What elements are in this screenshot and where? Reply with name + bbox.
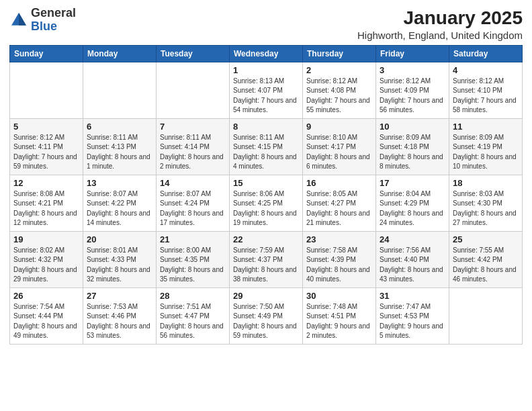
calendar-cell: 20Sunrise: 8:01 AMSunset: 4:33 PMDayligh… bbox=[83, 231, 157, 287]
day-info: Sunrise: 8:02 AMSunset: 4:32 PMDaylight:… bbox=[13, 246, 79, 285]
day-number: 30 bbox=[306, 291, 372, 301]
calendar-cell bbox=[449, 287, 523, 344]
calendar-cell: 3Sunrise: 8:12 AMSunset: 4:09 PMDaylight… bbox=[376, 62, 449, 118]
calendar-cell: 15Sunrise: 8:06 AMSunset: 4:25 PMDayligh… bbox=[230, 175, 303, 231]
day-number: 29 bbox=[233, 291, 299, 301]
day-number: 14 bbox=[160, 178, 226, 188]
day-number: 6 bbox=[87, 122, 152, 132]
day-number: 23 bbox=[306, 234, 372, 244]
week-row-5: 26Sunrise: 7:54 AMSunset: 4:44 PMDayligh… bbox=[10, 287, 523, 344]
day-info: Sunrise: 8:12 AMSunset: 4:10 PMDaylight:… bbox=[453, 77, 519, 116]
day-number: 18 bbox=[453, 178, 519, 188]
day-number: 16 bbox=[306, 178, 372, 188]
week-row-2: 5Sunrise: 8:12 AMSunset: 4:11 PMDaylight… bbox=[10, 118, 523, 175]
calendar-cell: 25Sunrise: 7:55 AMSunset: 4:42 PMDayligh… bbox=[449, 231, 523, 287]
day-number: 15 bbox=[233, 178, 299, 188]
logo-blue-text: Blue bbox=[31, 19, 57, 33]
weekday-header-row: SundayMondayTuesdayWednesdayThursdayFrid… bbox=[10, 45, 523, 62]
calendar-cell: 5Sunrise: 8:12 AMSunset: 4:11 PMDaylight… bbox=[10, 118, 83, 175]
title-block: January 2025 Highworth, England, United … bbox=[357, 7, 523, 41]
day-number: 8 bbox=[233, 122, 299, 132]
calendar-cell: 14Sunrise: 8:07 AMSunset: 4:24 PMDayligh… bbox=[157, 175, 230, 231]
calendar-cell bbox=[157, 62, 230, 118]
calendar-cell bbox=[10, 62, 83, 118]
calendar-cell: 18Sunrise: 8:03 AMSunset: 4:30 PMDayligh… bbox=[449, 175, 523, 231]
day-number: 7 bbox=[160, 122, 226, 132]
day-info: Sunrise: 8:00 AMSunset: 4:35 PMDaylight:… bbox=[160, 246, 226, 285]
weekday-header-friday: Friday bbox=[376, 45, 449, 62]
weekday-header-sunday: Sunday bbox=[10, 45, 83, 62]
week-row-3: 12Sunrise: 8:08 AMSunset: 4:21 PMDayligh… bbox=[10, 175, 523, 231]
calendar-cell: 17Sunrise: 8:04 AMSunset: 4:29 PMDayligh… bbox=[376, 175, 449, 231]
calendar-cell: 10Sunrise: 8:09 AMSunset: 4:18 PMDayligh… bbox=[376, 118, 449, 175]
day-info: Sunrise: 8:13 AMSunset: 4:07 PMDaylight:… bbox=[233, 77, 299, 116]
calendar-cell: 13Sunrise: 8:07 AMSunset: 4:22 PMDayligh… bbox=[83, 175, 157, 231]
day-number: 10 bbox=[380, 122, 445, 132]
calendar-cell: 6Sunrise: 8:11 AMSunset: 4:13 PMDaylight… bbox=[83, 118, 157, 175]
calendar-table: SundayMondayTuesdayWednesdayThursdayFrid… bbox=[9, 45, 523, 345]
day-info: Sunrise: 8:08 AMSunset: 4:21 PMDaylight:… bbox=[13, 189, 79, 228]
day-number: 24 bbox=[380, 234, 445, 244]
day-info: Sunrise: 7:51 AMSunset: 4:47 PMDaylight:… bbox=[160, 302, 226, 341]
calendar-cell bbox=[83, 62, 157, 118]
calendar-cell: 22Sunrise: 7:59 AMSunset: 4:37 PMDayligh… bbox=[230, 231, 303, 287]
day-info: Sunrise: 7:47 AMSunset: 4:53 PMDaylight:… bbox=[380, 302, 445, 341]
day-info: Sunrise: 8:06 AMSunset: 4:25 PMDaylight:… bbox=[233, 189, 299, 228]
logo-general: General bbox=[31, 6, 76, 19]
calendar-cell: 8Sunrise: 8:11 AMSunset: 4:15 PMDaylight… bbox=[230, 118, 303, 175]
day-info: Sunrise: 8:11 AMSunset: 4:15 PMDaylight:… bbox=[233, 133, 299, 172]
day-number: 12 bbox=[13, 178, 79, 188]
day-info: Sunrise: 8:09 AMSunset: 4:18 PMDaylight:… bbox=[380, 133, 445, 172]
day-info: Sunrise: 8:11 AMSunset: 4:13 PMDaylight:… bbox=[87, 133, 152, 172]
weekday-header-tuesday: Tuesday bbox=[157, 45, 230, 62]
day-info: Sunrise: 7:55 AMSunset: 4:42 PMDaylight:… bbox=[453, 246, 519, 285]
calendar-cell: 1Sunrise: 8:13 AMSunset: 4:07 PMDaylight… bbox=[230, 62, 303, 118]
day-info: Sunrise: 8:10 AMSunset: 4:17 PMDaylight:… bbox=[306, 133, 372, 172]
weekday-header-thursday: Thursday bbox=[303, 45, 376, 62]
day-info: Sunrise: 8:12 AMSunset: 4:09 PMDaylight:… bbox=[380, 77, 445, 116]
day-number: 2 bbox=[306, 65, 372, 75]
calendar-cell: 23Sunrise: 7:58 AMSunset: 4:39 PMDayligh… bbox=[303, 231, 376, 287]
calendar-cell: 19Sunrise: 8:02 AMSunset: 4:32 PMDayligh… bbox=[10, 231, 83, 287]
weekday-header-wednesday: Wednesday bbox=[230, 45, 303, 62]
day-number: 1 bbox=[233, 65, 299, 75]
day-info: Sunrise: 7:59 AMSunset: 4:37 PMDaylight:… bbox=[233, 246, 299, 285]
day-number: 20 bbox=[87, 234, 152, 244]
day-info: Sunrise: 8:04 AMSunset: 4:29 PMDaylight:… bbox=[380, 189, 445, 228]
logo-icon bbox=[9, 11, 28, 30]
calendar-cell: 9Sunrise: 8:10 AMSunset: 4:17 PMDaylight… bbox=[303, 118, 376, 175]
week-row-1: 1Sunrise: 8:13 AMSunset: 4:07 PMDaylight… bbox=[10, 62, 523, 118]
page: General Blue January 2025 Highworth, Eng… bbox=[0, 0, 532, 411]
day-info: Sunrise: 7:58 AMSunset: 4:39 PMDaylight:… bbox=[306, 246, 372, 285]
day-number: 5 bbox=[13, 122, 79, 132]
day-info: Sunrise: 8:03 AMSunset: 4:30 PMDaylight:… bbox=[453, 189, 519, 228]
calendar-cell: 12Sunrise: 8:08 AMSunset: 4:21 PMDayligh… bbox=[10, 175, 83, 231]
day-number: 9 bbox=[306, 122, 372, 132]
day-info: Sunrise: 7:56 AMSunset: 4:40 PMDaylight:… bbox=[380, 246, 445, 285]
week-row-4: 19Sunrise: 8:02 AMSunset: 4:32 PMDayligh… bbox=[10, 231, 523, 287]
calendar-cell: 27Sunrise: 7:53 AMSunset: 4:46 PMDayligh… bbox=[83, 287, 157, 344]
day-info: Sunrise: 8:07 AMSunset: 4:22 PMDaylight:… bbox=[87, 189, 152, 228]
day-info: Sunrise: 7:53 AMSunset: 4:46 PMDaylight:… bbox=[87, 302, 152, 341]
day-number: 13 bbox=[87, 178, 152, 188]
day-info: Sunrise: 8:01 AMSunset: 4:33 PMDaylight:… bbox=[87, 246, 152, 285]
calendar-cell: 31Sunrise: 7:47 AMSunset: 4:53 PMDayligh… bbox=[376, 287, 449, 344]
weekday-header-saturday: Saturday bbox=[449, 45, 523, 62]
calendar-cell: 29Sunrise: 7:50 AMSunset: 4:49 PMDayligh… bbox=[230, 287, 303, 344]
day-info: Sunrise: 8:11 AMSunset: 4:14 PMDaylight:… bbox=[160, 133, 226, 172]
day-info: Sunrise: 8:12 AMSunset: 4:11 PMDaylight:… bbox=[13, 133, 79, 172]
calendar-cell: 7Sunrise: 8:11 AMSunset: 4:14 PMDaylight… bbox=[157, 118, 230, 175]
day-info: Sunrise: 8:07 AMSunset: 4:24 PMDaylight:… bbox=[160, 189, 226, 228]
day-number: 3 bbox=[380, 65, 445, 75]
day-number: 11 bbox=[453, 122, 519, 132]
day-info: Sunrise: 8:12 AMSunset: 4:08 PMDaylight:… bbox=[306, 77, 372, 116]
calendar-cell: 16Sunrise: 8:05 AMSunset: 4:27 PMDayligh… bbox=[303, 175, 376, 231]
day-info: Sunrise: 8:05 AMSunset: 4:27 PMDaylight:… bbox=[306, 189, 372, 228]
calendar-cell: 30Sunrise: 7:48 AMSunset: 4:51 PMDayligh… bbox=[303, 287, 376, 344]
calendar-cell: 11Sunrise: 8:09 AMSunset: 4:19 PMDayligh… bbox=[449, 118, 523, 175]
day-number: 27 bbox=[87, 291, 152, 301]
day-number: 19 bbox=[13, 234, 79, 244]
header: General Blue January 2025 Highworth, Eng… bbox=[9, 7, 523, 41]
day-number: 28 bbox=[160, 291, 226, 301]
day-info: Sunrise: 7:54 AMSunset: 4:44 PMDaylight:… bbox=[13, 302, 79, 341]
